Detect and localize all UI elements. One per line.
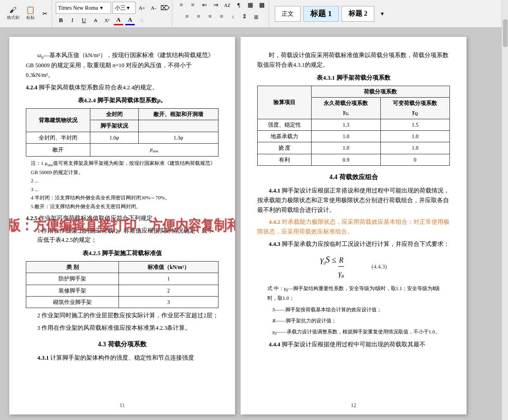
indent-decrease-button[interactable]: ⇐	[199, 0, 209, 10]
table-425-row3-label: 砌筑作业脚手架	[26, 296, 119, 308]
list-bullet-button[interactable]: ≡	[176, 0, 186, 10]
cut-button[interactable]: ✂	[40, 9, 50, 19]
section-43-title: 4.3 荷载分项系数	[26, 339, 219, 350]
section-431-para: 4.3.1 计算脚手架的架体构件的强度、稳定性和节点连接强度	[26, 353, 219, 363]
paragraphspacing-button[interactable]: ⇕	[240, 12, 250, 22]
underline-button[interactable]: U	[79, 15, 89, 25]
section-424-para: 4.2.4 脚手架风荷载体型系数应符合表4.2.4的规定。	[26, 83, 219, 93]
wind-pressure-para: ω0—基本风压值（kN/m²），按现行国家标准《建筑结构荷载规范》GB 5000…	[26, 51, 219, 80]
formula-desc-para: 式 中：γ0—脚手架结构重要性系数，安全等级为Ⅰ级时，取1.1；安全等级为Ⅱ级时…	[267, 284, 450, 302]
columnbutton[interactable]: ▥	[251, 12, 261, 22]
table-431-row4-label: 有利	[258, 154, 312, 165]
style-normal-button[interactable]: 正文	[275, 6, 301, 22]
shading-button[interactable]: ▩	[257, 0, 267, 10]
font-name-selector[interactable]: Times New Roma ▾	[56, 2, 111, 14]
paste-button[interactable]: 📋 粘贴	[22, 4, 39, 24]
note-4: 4 半封闭：沿支撑结构外侧全高全长用密目网封闭30%～70%。	[31, 194, 219, 202]
bold-button[interactable]: B	[56, 15, 66, 25]
table-row: 地基承载力 1.0 1.0	[258, 130, 450, 142]
italic-button[interactable]: I	[67, 15, 77, 25]
note-1: 注：1 μstw值可将支撑架及脚手架视为桁架，按现行国家标准《建筑结构荷载规范》…	[31, 159, 219, 176]
border-button[interactable]: ▦	[245, 0, 255, 10]
table-431-row1-var: 1.5	[380, 119, 449, 130]
fontbg-button[interactable]: A	[136, 15, 147, 25]
formula-s-para: S——脚手架按荷载基本组合计算的效应设计值；	[272, 305, 450, 314]
font-size-selector[interactable]: 小三 ▾	[112, 2, 136, 14]
table-425-row2-val: 2	[119, 285, 219, 296]
section-442-para: 4.4.2 对承载能力极限状态，应采用荷载效应基本组合；对正常使用极限状态，应采…	[257, 217, 450, 236]
fontcolor-button[interactable]: A	[113, 15, 124, 25]
sub2-para: 2 作业架同时施工的作业层层数应按实际计算，作业层不宜超过2层；	[37, 311, 219, 321]
table-row: 强度、稳定性 1.3 1.5	[258, 119, 450, 130]
table-431-verify-header: 验算项目	[258, 86, 312, 119]
table-431-perm-header: 永久荷载分项系数γG	[311, 98, 380, 119]
show-hide-button[interactable]: ¶	[234, 0, 244, 10]
table-431-row3-perm: 1.0	[311, 142, 380, 154]
indent-increase-button[interactable]: ⇒	[211, 0, 221, 10]
align-left-button[interactable]: ≡	[182, 12, 192, 22]
format-brush-icon: 🖌	[9, 6, 17, 14]
left-page-number: 11	[119, 401, 125, 410]
formula-r-para: R——脚手架抗力的设计值；	[272, 316, 450, 325]
style-h1-button[interactable]: 标题 1	[303, 6, 339, 22]
align-right-button[interactable]: ≡	[205, 12, 215, 22]
styles-dropdown-button[interactable]: ▾	[377, 9, 387, 19]
decrease-font-button[interactable]: A-	[148, 3, 159, 13]
table-424-row1-label: 全封闭、半封闭	[26, 132, 90, 143]
table-425-col1-header: 类 别	[26, 261, 119, 273]
sort-button[interactable]: AZ	[222, 0, 232, 10]
list-number-button[interactable]: ≡	[188, 0, 198, 10]
table-row: 砌筑作业脚手架 3	[26, 296, 219, 308]
table-425-row2-label: 装修脚手架	[26, 285, 119, 296]
paragraph-group: ≡ ≡ ⇐ ⇒ AZ ¶ ▦ ▩ ≡ ≡ ≡ ≡ ↕ ⇕ ▥	[174, 0, 269, 27]
section-441-para: 4.4.1 脚手架设计应根据正常搭设和使用过程中可能出现的荷载情况，按承载能力极…	[257, 186, 450, 215]
superscript-button[interactable]: X²	[102, 15, 112, 25]
table-424-row2-v: μstw	[90, 144, 219, 157]
table-425: 类 别 标准值（kN/m²） 防护脚手架 1 装修脚手架 2 砌筑作业脚手架 3	[26, 261, 219, 309]
table-425-row1-val: 1	[119, 273, 219, 285]
note-5: 5 敝开：沿支撑结构外侧全高全长无密目网封闭。	[31, 203, 219, 210]
table-431-row4-var: 0	[380, 154, 449, 165]
right-page: 时，荷载设计值应采用荷载标准值乘以荷载分项系数，荷载分项系数取值应符合表4.3.…	[241, 37, 467, 414]
formula-block: γ0S ≤ RγR (4.4.3)	[257, 253, 450, 280]
align-center-button[interactable]: ≡	[194, 12, 204, 22]
table-424-header-building: 背靠建筑物状况	[26, 109, 90, 132]
table-424-row2-label: 敝开	[26, 144, 90, 157]
table-431-row4-perm: 0.9	[311, 154, 380, 165]
table-row: 装修脚手架 2	[26, 285, 219, 296]
table-424-title: 表4.2.4 脚手架风荷载体型系数μ。	[26, 96, 219, 105]
table-424-notes: 注：1 μstw值可将支撑架及脚手架视为桁架，按现行国家标准《建筑结构荷载规范》…	[31, 159, 219, 210]
left-page: 附赠word版：方便编辑直接打印、方便内容复制和搜索查询 ω0—基本风压值（kN…	[9, 37, 235, 414]
table-431-row1-perm: 1.3	[311, 119, 380, 130]
styles-group: 正文 标题 1 标题 2 ▾	[275, 6, 387, 22]
highlight-button[interactable]: A	[125, 15, 135, 25]
table-431-row3-var: 1.0	[380, 142, 449, 154]
justify-button[interactable]: ≡	[217, 12, 227, 22]
table-424-sub-empty	[138, 120, 218, 132]
scrollbar-thumb[interactable]	[503, 28, 508, 47]
section-443-para: 4.4.3 脚手架承载力应按临时工况设计进行计算，并应符合下式要求：	[257, 239, 450, 249]
strikethrough-button[interactable]: A̶	[90, 15, 100, 25]
vertical-scrollbar[interactable]	[502, 28, 508, 420]
intro-para: 时，荷载设计值应采用荷载标准值乘以荷载分项系数，荷载分项系数取值应符合表4.3.…	[257, 51, 450, 70]
linespacing-button[interactable]: ↕	[228, 12, 238, 22]
format-brush-button[interactable]: 🖌 格式刷	[5, 4, 21, 24]
increase-font-button[interactable]: A+	[137, 3, 147, 13]
style-h2-button[interactable]: 标题 2	[342, 6, 374, 22]
table-row: 防护脚手架 1	[26, 273, 219, 285]
table-425-row1-label: 防护脚手架	[26, 273, 119, 285]
paste-group: 🖌 格式刷 📋 粘贴 ✂	[3, 0, 52, 27]
formula-number: (4.4.3)	[372, 262, 387, 271]
table-431: 验算项目 荷载分项系数 永久荷载分项系数γG 可变荷载分项系数γQ 强度、稳定性…	[257, 86, 450, 166]
table-424-header-enclosed: 全封闭	[90, 109, 139, 120]
table-424-sub-scaffold: 脚手架状况	[90, 120, 139, 132]
table-row: 挠 度 1.0 1.0	[258, 142, 450, 154]
toolbar: 🖌 格式刷 📋 粘贴 ✂ Times New Roma ▾ 小三 ▾ A+ A-	[0, 0, 508, 28]
sub3-para: 3 作用在作业架的风荷载标准值应按本标准第4.2.3条计算。	[37, 323, 219, 333]
table-431-var-header: 可变荷载分项系数γQ	[380, 98, 449, 119]
paste-icon: 📋	[26, 6, 35, 14]
clear-format-button[interactable]: ⌦	[160, 3, 170, 13]
paste-label: 粘贴	[26, 15, 35, 21]
table-424: 背靠建筑物状况 全封闭 敝开、框架和开洞墙 脚手架状况 全封闭、半封闭 1.0φ…	[26, 108, 219, 157]
size-dropdown-icon: ▾	[127, 5, 130, 12]
